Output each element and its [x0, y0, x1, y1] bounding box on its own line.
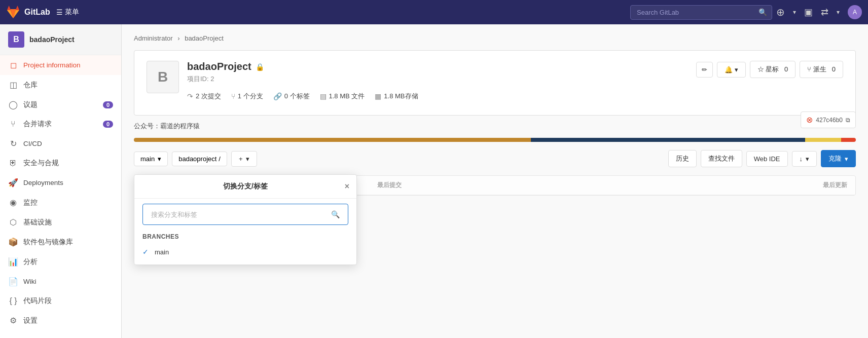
sidebar-label-repository: 仓库: [23, 81, 38, 90]
merge-request-icon[interactable]: ⇄: [821, 7, 828, 18]
lang-segment: [531, 138, 805, 142]
top-navigation: GitLab ☰ 菜单 🔍 ⊕ ▾ ▣ ⇄ ▾ A: [0, 0, 868, 24]
sidebar-item-infrastructure[interactable]: ⬡ 基础设施: [0, 212, 121, 232]
sidebar-item-cicd[interactable]: ↻ CI/CD: [0, 134, 121, 154]
project-info: badaoProject 🔒 项目ID: 2 ↷ 2 次提交 ⑂ 1 个分支: [187, 61, 688, 105]
sidebar-label-security: 安全与合规: [23, 159, 59, 168]
files-icon: ▤: [320, 92, 327, 100]
sidebar-item-security[interactable]: ⛨ 安全与合规: [0, 154, 121, 173]
sidebar-item-wiki[interactable]: 📄 Wiki: [0, 272, 121, 291]
sidebar-icon-packages: 📦: [8, 237, 18, 247]
toolbar: main ▾ badaoproject / + ▾ 历史 查找文件 Web ID…: [134, 150, 856, 167]
sidebar-label-infrastructure: 基础设施: [23, 218, 52, 227]
sidebar-item-monitor[interactable]: ◉ 监控: [0, 193, 121, 212]
sidebar-label-cicd: CI/CD: [23, 140, 42, 147]
branch-item-label: main: [155, 248, 169, 256]
hamburger-icon: ☰: [56, 8, 63, 16]
stat-tags: 🔗 0 个标签: [273, 92, 310, 101]
gitlab-logo[interactable]: GitLab: [6, 5, 50, 19]
sidebar-label-packages: 软件包与镜像库: [23, 238, 73, 247]
branch-search-icon: 🔍: [331, 210, 340, 218]
sidebar-item-settings[interactable]: ⚙ 设置: [0, 311, 121, 330]
branches-icon: ⑂: [231, 92, 235, 100]
sidebar-label-wiki: Wiki: [23, 278, 37, 285]
clone-chevron-icon: ▾: [845, 155, 848, 163]
storage-icon: ▦: [375, 92, 381, 100]
stat-storage: ▦ 1.8 MB存储: [375, 92, 418, 101]
sidebar-item-deployments[interactable]: 🚀 Deployments: [0, 173, 121, 193]
project-avatar: B: [8, 31, 24, 48]
todo-icon[interactable]: ▣: [804, 7, 813, 18]
sidebar-item-packages[interactable]: 📦 软件包与镜像库: [0, 232, 121, 252]
stat-files: ▤ 1.8 MB 文件: [320, 92, 365, 101]
clone-button[interactable]: 克隆 ▾: [821, 150, 856, 167]
create-new-icon[interactable]: ⊕: [776, 6, 785, 18]
sidebar-item-merge-requests[interactable]: ⑂ 合并请求 0: [0, 115, 121, 134]
fork-button[interactable]: ⑂ 派生 0: [800, 61, 843, 78]
sidebar: B badaoProject ◻ Project information ◫ 仓…: [0, 24, 122, 338]
main-content: Administrator › badaoProject B badaoProj…: [122, 24, 868, 338]
branch-item-main[interactable]: ✓ main: [134, 243, 356, 260]
sidebar-item-project-info[interactable]: ◻ Project information: [0, 55, 121, 75]
stat-commits: ↷ 2 次提交: [187, 92, 221, 101]
sidebar-item-analytics[interactable]: 📊 分析: [0, 252, 121, 272]
sidebar-icon-project-info: ◻: [8, 60, 18, 70]
topnav-chevron-down[interactable]: ▾: [793, 9, 796, 16]
dropdown-close-icon[interactable]: ×: [345, 182, 349, 191]
project-title: badaoProject 🔒: [187, 61, 688, 72]
edit-button[interactable]: ✏: [696, 62, 713, 78]
project-header-card: B badaoProject 🔒 项目ID: 2 ↷ 2 次提交 ⑂ 1 个分支: [134, 50, 856, 116]
sidebar-item-issues[interactable]: ◯ 议题 0: [0, 95, 121, 115]
branch-check-icon: ✓: [142, 248, 151, 256]
branch-selector[interactable]: main ▾: [134, 152, 168, 166]
project-actions: ✏ 🔔 ▾ ☆ 星标 0 ⑂ 派生 0: [696, 61, 843, 78]
web-ide-button[interactable]: Web IDE: [746, 151, 788, 167]
branch-dropdown: 切换分支/标签 × 🔍 Branches ✓ main: [134, 174, 357, 265]
sidebar-project-header[interactable]: B badaoProject: [0, 24, 121, 55]
download-chevron-icon: ▾: [806, 155, 809, 163]
sidebar-label-issues: 议题: [23, 100, 38, 109]
sidebar-label-analytics: 分析: [23, 257, 38, 267]
lock-icon: 🔒: [256, 63, 264, 71]
user-avatar[interactable]: A: [848, 5, 862, 19]
stats-row: ↷ 2 次提交 ⑂ 1 个分支 🔗 0 个标签 ▤ 1.8 MB 文件: [187, 92, 688, 101]
topnav-actions: ⊕ ▾ ▣ ⇄ ▾ A: [776, 5, 862, 19]
close-red-icon[interactable]: ⊗: [806, 115, 813, 125]
search-icon: 🔍: [758, 8, 767, 16]
branch-search-wrap[interactable]: 🔍: [142, 204, 348, 225]
find-file-button[interactable]: 查找文件: [701, 150, 742, 167]
sidebar-badge-merge-requests: 0: [103, 121, 113, 128]
toolbar-right: 历史 查找文件 Web IDE ↓ ▾ 克隆 ▾: [668, 150, 856, 167]
branch-search-input[interactable]: [151, 211, 331, 218]
star-button[interactable]: ☆ 星标 0: [750, 61, 796, 78]
col-date-header: 最后更新: [691, 181, 847, 190]
dropdown-header: 切换分支/标签 ×: [134, 175, 356, 199]
tags-icon: 🔗: [273, 92, 282, 100]
search-bar[interactable]: 🔍: [630, 5, 772, 20]
sidebar-item-snippets[interactable]: { } 代码片段: [0, 291, 121, 311]
breadcrumb-parent[interactable]: Administrator: [134, 34, 173, 42]
sidebar-label-snippets: 代码片段: [23, 296, 52, 306]
sidebar-label-merge-requests: 合并请求: [23, 120, 52, 129]
sidebar-icon-infrastructure: ⬡: [8, 217, 18, 227]
lang-segment: [134, 138, 531, 142]
toolbar-path: badaoproject /: [172, 152, 227, 166]
add-file-button[interactable]: + ▾: [231, 151, 257, 167]
sidebar-icon-cicd: ↻: [8, 139, 18, 148]
add-chevron-icon: ▾: [246, 155, 249, 163]
nav-menu-toggle[interactable]: ☰ 菜单: [56, 8, 79, 17]
branch-chevron-icon: ▾: [158, 155, 161, 163]
project-id: 项目ID: 2: [187, 74, 688, 84]
topnav-chevron2[interactable]: ▾: [837, 9, 840, 16]
notification-button[interactable]: 🔔 ▾: [717, 62, 746, 78]
history-button[interactable]: 历史: [668, 150, 697, 167]
copy-icon[interactable]: ⧉: [846, 117, 850, 124]
search-input[interactable]: [630, 5, 772, 20]
breadcrumb-separator: ›: [177, 34, 182, 42]
download-button[interactable]: ↓ ▾: [792, 151, 817, 167]
language-bar: [134, 138, 856, 142]
project-big-avatar: B: [147, 61, 179, 93]
sidebar-item-repository[interactable]: ◫ 仓库: [0, 75, 121, 95]
clone-hash-display: ⊗ 427c46b0 ⧉: [801, 111, 856, 128]
lang-segment: [805, 138, 841, 142]
